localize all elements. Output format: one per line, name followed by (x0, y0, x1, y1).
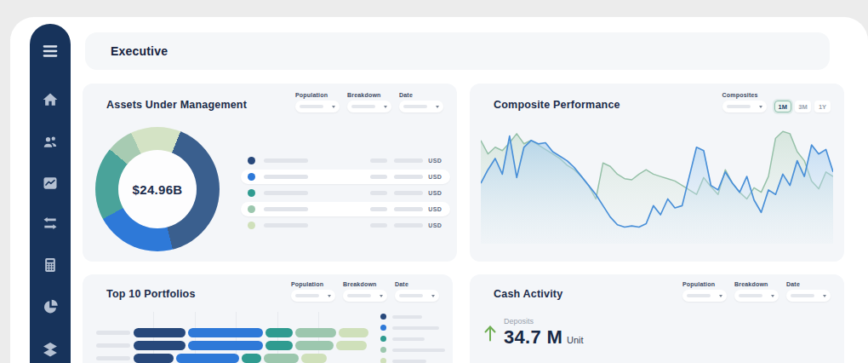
sidebar-item-clients[interactable] (42, 134, 59, 151)
legend-label-skeleton (264, 158, 308, 163)
filter-select[interactable] (682, 290, 727, 302)
filter-select[interactable] (786, 290, 831, 302)
placeholder-skeleton (300, 105, 323, 108)
deposits-value: 34.7 M (504, 326, 562, 349)
calculator-icon (42, 256, 59, 274)
portfolio-bar-segment (336, 341, 367, 350)
portfolio-bar-segment (295, 341, 334, 350)
filter-label: Breakdown (734, 281, 779, 287)
chevron-down-icon (328, 295, 331, 297)
composite-series-group (481, 131, 833, 244)
placeholder-skeleton (687, 294, 711, 297)
filter-select[interactable] (399, 101, 443, 112)
legend-dot (380, 358, 386, 363)
filter-dropdown: Breakdown (347, 92, 391, 112)
chevron-down-icon (436, 106, 439, 108)
legend-dot (380, 325, 386, 331)
range-button-group: 1M 3M 1Y (774, 101, 831, 112)
currency-label: USD (428, 222, 442, 228)
filter-select[interactable] (295, 101, 340, 112)
chevron-down-icon (380, 295, 383, 297)
portfolio-bar-segment (264, 354, 299, 363)
legend-value-skeleton (394, 158, 423, 163)
filter-select[interactable] (291, 290, 335, 302)
composite-controls: Composites 1M 3M 1Y (722, 92, 831, 112)
sidebar-item-performance[interactable] (42, 175, 59, 192)
filter-dropdown: Breakdown (343, 281, 387, 302)
sidebar-item-home[interactable] (42, 91, 59, 108)
filter-select[interactable] (734, 290, 779, 302)
portfolio-bar-segment (339, 328, 368, 337)
legend-label-skeleton (264, 191, 308, 195)
filter-select[interactable] (343, 290, 387, 302)
deposits-unit: Unit (567, 335, 584, 345)
portfolio-legend-item (380, 336, 445, 342)
legend-value-skeleton (394, 175, 423, 179)
sidebar-item-calculator[interactable] (42, 256, 59, 274)
menu-icon (42, 43, 59, 60)
portfolio-legend-item (380, 314, 445, 320)
placeholder-skeleton (727, 105, 751, 108)
dashboard-screen: Executive Assets Under Management Popula… (0, 0, 868, 363)
portfolios-card-title: Top 10 Portfolios (106, 288, 196, 300)
portfolio-bar-segment (134, 341, 186, 350)
currency-label: USD (428, 174, 442, 180)
filter-select[interactable] (722, 101, 767, 112)
transfers-icon (42, 215, 59, 232)
aum-legend-row: USD (241, 170, 450, 184)
portfolio-bar-segment (134, 328, 186, 337)
portfolios-card: Top 10 Portfolios PopulationBreakdownDat… (83, 274, 453, 363)
range-button-1m[interactable]: 1M (774, 101, 791, 112)
portfolio-bar-row (96, 341, 371, 350)
legend-label-skeleton (392, 349, 445, 352)
filter-select[interactable] (347, 101, 391, 112)
holdings-layers-icon (42, 341, 59, 358)
legend-dot (248, 189, 255, 197)
cash-card: Cash Activity PopulationBreakdownDate De… (470, 274, 844, 363)
legend-value-skeleton (370, 158, 387, 163)
portfolios-filters: PopulationBreakdownDate (291, 281, 439, 302)
filter-label: Breakdown (343, 281, 387, 287)
placeholder-skeleton (739, 294, 762, 297)
deposits-value-row: 34.7 M Unit (504, 326, 584, 349)
aum-donut-hole: $24.96B (118, 150, 197, 228)
range-button-1y[interactable]: 1Y (814, 101, 831, 112)
sidebar-item-menu[interactable] (42, 43, 59, 60)
composite-card-title: Composite Performance (494, 99, 620, 111)
chevron-down-icon (332, 106, 335, 108)
portfolio-bar-segment (301, 354, 327, 363)
sidebar-item-holdings[interactable] (42, 341, 59, 358)
page-title: Executive (111, 44, 168, 58)
aum-legend-row: USD (241, 186, 450, 200)
legend-label-skeleton (264, 175, 308, 179)
sidebar-item-allocation[interactable] (42, 298, 59, 315)
composite-card: Composite Performance Composites 1M 3M 1… (470, 84, 844, 262)
aum-legend-row: USD (241, 202, 450, 216)
filter-dropdown: Composites (722, 92, 767, 112)
portfolio-bar-segment (188, 341, 263, 350)
currency-label: USD (428, 158, 442, 164)
filter-select[interactable] (395, 290, 439, 302)
sidebar-item-transfers[interactable] (42, 215, 59, 232)
home-icon (42, 91, 59, 108)
filter-dropdown: Population (295, 92, 340, 112)
filter-label: Population (682, 281, 727, 287)
portfolio-bar-row (96, 328, 371, 337)
filter-dropdown: Breakdown (734, 281, 779, 302)
filter-label: Date (399, 92, 443, 98)
legend-label-skeleton (392, 326, 439, 330)
currency-label: USD (428, 190, 442, 196)
placeholder-skeleton (791, 294, 814, 297)
portfolio-legend (380, 314, 445, 363)
range-button-3m[interactable]: 3M (795, 101, 811, 112)
legend-dot (380, 336, 386, 342)
legend-value-skeleton (370, 191, 387, 195)
legend-label-skeleton (392, 315, 422, 319)
legend-label-skeleton (264, 207, 308, 211)
chevron-down-icon (823, 295, 826, 297)
sidebar (30, 24, 71, 363)
composite-chart-svg (481, 123, 833, 244)
portfolio-bar-segment (295, 328, 336, 337)
legend-dot (248, 205, 255, 213)
legend-value-skeleton (394, 191, 423, 195)
